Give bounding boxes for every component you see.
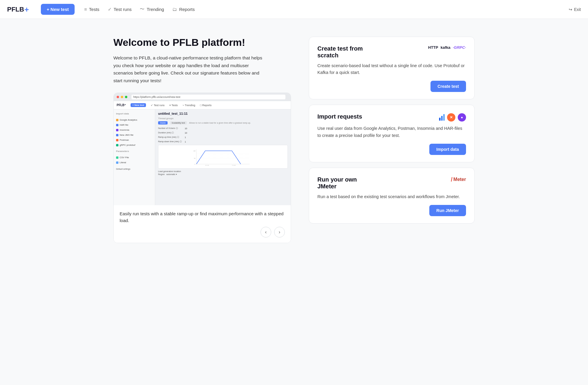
logo-text: PFLB	[7, 6, 24, 13]
create-test-action: Create test	[317, 81, 466, 92]
badge-grpc: ·GRPC·	[453, 45, 466, 50]
screenshot-caption: Easily run tests with a stable ramp-up o…	[114, 205, 291, 243]
import-requests-desc: Use real user data from Google Analytics…	[317, 125, 466, 139]
create-test-button[interactable]: Create test	[430, 81, 466, 92]
mini-nav-trending: ~ Trending	[182, 104, 195, 107]
import-requests-title: Import requests	[317, 113, 362, 120]
right-column: Create test from scratch HTTP kafka ·GRP…	[309, 37, 475, 243]
browser-dot-red	[117, 96, 119, 98]
left-column: Welcome to PFLB platform! Welcome to PFL…	[113, 37, 291, 243]
svg-text:12:00: 12:00	[232, 165, 236, 166]
test-runs-icon: ✓	[108, 7, 112, 12]
pm-icon	[116, 139, 118, 141]
mini-sidebar-grpc: gRPC protobuf	[116, 143, 152, 148]
nav-test-runs[interactable]: ✓ Test runs	[108, 7, 132, 12]
exit-arrow-icon: ↪	[569, 7, 572, 12]
jmeter-logo: / Meter	[451, 176, 466, 183]
mini-nav-tests: ≡ Tests	[169, 104, 178, 107]
mini-sidebar-insomnia: Insomnia	[116, 127, 152, 132]
chevron-left-icon: ‹	[265, 229, 266, 235]
mini-sidebar-har: HAR file	[116, 122, 152, 127]
nav-trending[interactable]: 〜 Trending	[140, 6, 164, 12]
mini-sidebar-ga: Google Analytics	[116, 117, 152, 122]
welcome-title: Welcome to PFLB platform!	[113, 37, 291, 48]
svg-text:50: 50	[194, 158, 195, 159]
run-jmeter-button[interactable]: Run JMeter	[429, 205, 466, 216]
mini-sidebar-postman: Postman	[116, 138, 152, 143]
trending-icon: 〜	[140, 6, 144, 12]
mini-nav: PFLB⁺ + New test ✓ Test runs ≡ Tests ~ T…	[114, 101, 291, 109]
create-test-desc: Create scenario-based load test without …	[317, 62, 466, 76]
screenshot-card: https://platform.pflb.us/account/new-tes…	[113, 93, 291, 243]
import-data-button[interactable]: Import data	[429, 144, 466, 155]
nav-tests-label: Tests	[89, 7, 99, 12]
mini-form-rampup: Ramp-up time (min) ⓘ 1	[158, 136, 288, 139]
mini-sidebar-csv: CSV File	[116, 155, 152, 160]
mini-tab-stable: Stable	[158, 121, 168, 124]
url-text: https://platform.pflb.us/account/new-tes…	[133, 96, 180, 98]
mini-tab-scalability: Scalability test	[170, 121, 187, 124]
main-content: Welcome to PFLB platform! Welcome to PFL…	[102, 19, 486, 255]
mini-sidebar-jmx: New JMX file	[116, 132, 152, 138]
create-test-card-header: Create test from scratch HTTP kafka ·GRP…	[317, 45, 466, 59]
mini-tab-desc: Allows to run a stable load for a given …	[189, 122, 251, 124]
svg-text:100: 100	[193, 150, 195, 152]
import-requests-action: Import data	[317, 144, 466, 155]
mini-browser-bar: https://platform.pflb.us/account/new-tes…	[114, 93, 291, 101]
carousel-prev-button[interactable]: ‹	[261, 227, 271, 237]
run-jmeter-btn-label: Run JMeter	[436, 208, 459, 213]
mini-test-title: untitled_test_11:11	[158, 112, 288, 115]
import-requests-card-header: Import requests ✕ ●	[317, 113, 466, 122]
screenshot-preview: https://platform.pflb.us/account/new-tes…	[114, 93, 291, 205]
welcome-description: Welcome to PFLB, a cloud-native performa…	[113, 54, 267, 84]
nav-tests[interactable]: ≡ Tests	[84, 7, 99, 12]
mini-nav-test-runs: ✓ Test runs	[151, 104, 165, 107]
browser-dot-green	[125, 96, 127, 98]
tests-icon: ≡	[84, 7, 87, 12]
insomnia-icon: ●	[458, 113, 466, 122]
har-icon	[116, 124, 118, 126]
carousel-next-button[interactable]: ›	[274, 227, 285, 237]
mini-chart: 01:00 12:00 100 50 0	[158, 145, 288, 169]
mini-main-panel: untitled_test_11:11 Thread groups Stable…	[155, 109, 291, 205]
bar3	[443, 114, 445, 121]
create-test-badges: HTTP kafka ·GRPC·	[428, 45, 466, 50]
new-test-button[interactable]: + New test	[41, 4, 75, 15]
reports-icon: 🗂	[172, 7, 177, 12]
mini-form-duration: Duration (min) ⓘ 10	[158, 131, 288, 134]
nav-reports[interactable]: 🗂 Reports	[172, 7, 195, 12]
mini-logo: PFLB⁺	[117, 103, 126, 107]
mini-region: Region automatic ▾	[158, 173, 288, 176]
ga-icon	[116, 119, 118, 121]
mini-sidebar-params-title: Parameters	[116, 150, 152, 153]
chevron-right-icon: ›	[279, 229, 280, 235]
bar2	[441, 116, 443, 121]
mini-sidebar-import-title: Import data	[116, 112, 152, 115]
create-test-title: Create test from scratch	[317, 45, 377, 59]
main-nav: ≡ Tests ✓ Test runs 〜 Trending 🗂 Reports	[84, 6, 559, 12]
mini-new-test: + New test	[131, 103, 146, 107]
mini-load-generators: Load generators location	[158, 170, 288, 172]
logo-plus-icon: +	[24, 6, 29, 13]
bar-chart-icon	[439, 114, 445, 121]
mini-thread-groups: Thread groups	[158, 117, 288, 120]
literal-icon	[116, 161, 118, 164]
mini-chart-svg: 01:00 12:00 100 50 0	[165, 148, 281, 166]
browser-dot-yellow	[121, 96, 123, 98]
svg-text:01:00: 01:00	[205, 165, 209, 166]
mini-sidebar-literal: Literal	[116, 160, 152, 165]
badge-http: HTTP	[428, 45, 438, 50]
nav-trending-label: Trending	[147, 7, 164, 12]
csv-icon	[116, 156, 118, 159]
bar1	[439, 118, 441, 121]
create-test-card: Create test from scratch HTTP kafka ·GRP…	[309, 37, 475, 99]
mini-sidebar: Import data Google Analytics HAR file	[114, 109, 155, 205]
new-test-label: + New test	[47, 7, 69, 12]
exit-button[interactable]: ↪ Exit	[569, 7, 581, 12]
run-jmeter-action: Run JMeter	[317, 205, 466, 216]
logo: PFLB+	[7, 6, 29, 13]
grpc-icon	[116, 144, 118, 146]
caption-text: Easily run tests with a stable ramp-up o…	[120, 211, 285, 224]
mini-content: Import data Google Analytics HAR file	[114, 109, 291, 205]
mini-form-rampdown: Ramp-down time (min) ⓘ 1	[158, 140, 288, 143]
